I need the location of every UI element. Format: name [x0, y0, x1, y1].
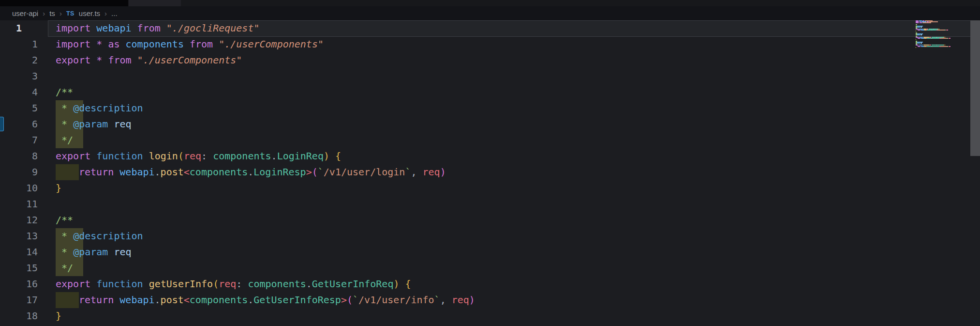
inactive-tab-edge[interactable] — [129, 0, 181, 6]
typescript-file-icon: TS — [66, 10, 74, 17]
code-text: */ — [56, 134, 73, 146]
code-line[interactable]: 8export function login(req: components.L… — [0, 148, 970, 164]
line-number[interactable]: 15 — [0, 260, 38, 276]
code-line[interactable]: 17 return webapi.post<components.GetUser… — [0, 292, 970, 308]
code-text: } — [56, 310, 61, 322]
line-number[interactable]: 1 — [0, 36, 38, 52]
code-text: return webapi.post<components.LoginResp>… — [56, 166, 446, 178]
line-number[interactable]: 8 — [0, 148, 38, 164]
minimap[interactable] — [916, 20, 970, 54]
code-text: export function getUserInfo(req: compone… — [56, 278, 411, 290]
line-number[interactable]: 16 — [0, 276, 38, 292]
line-number[interactable]: 11 — [0, 196, 38, 212]
breadcrumb-folder[interactable]: user-api — [12, 9, 38, 17]
code-line[interactable]: 15 */ — [0, 260, 970, 276]
chevron-right-icon: › — [43, 9, 45, 17]
code-line[interactable]: 6 * @param req — [0, 116, 970, 132]
code-text: return webapi.post<components.GetUserInf… — [56, 294, 475, 306]
line-number[interactable]: 18 — [0, 308, 38, 324]
code-line[interactable]: 4/** — [0, 84, 970, 100]
code-text: import webapi from "./gocliRequest" — [56, 22, 259, 34]
chevron-right-icon: › — [104, 9, 107, 17]
code-text: * @param req — [56, 246, 132, 258]
code-line[interactable]: 11 — [0, 196, 970, 212]
line-number[interactable]: 12 — [0, 212, 38, 228]
line-number[interactable]: 1 — [0, 20, 38, 36]
code-text: } — [56, 182, 61, 194]
line-number[interactable]: 10 — [0, 180, 38, 196]
line-number[interactable]: 7 — [0, 132, 38, 148]
code-text: * @param req — [56, 118, 132, 130]
code-line[interactable]: 10} — [0, 180, 970, 196]
code-line[interactable]: 14 * @param req — [0, 244, 970, 260]
code-text: * @description — [56, 102, 143, 114]
code-line[interactable]: 5 * @description — [0, 100, 970, 116]
line-number[interactable]: 2 — [0, 52, 38, 68]
code-line[interactable]: 13 * @description — [0, 228, 970, 244]
minimap-line — [916, 47, 970, 48]
chevron-right-icon: › — [59, 9, 62, 17]
code-line[interactable]: 9 return webapi.post<components.LoginRes… — [0, 164, 970, 180]
code-text: /** — [56, 86, 73, 98]
line-number[interactable]: 17 — [0, 292, 38, 308]
code-text: import * as components from "./userCompo… — [56, 38, 324, 50]
code-line[interactable]: 1import * as components from "./userComp… — [0, 36, 970, 52]
code-line[interactable]: 18} — [0, 308, 970, 324]
scrollbar-slider[interactable] — [970, 20, 980, 156]
scrollbar-track[interactable] — [970, 20, 980, 326]
code-line[interactable]: 12/** — [0, 212, 970, 228]
tab-strip — [0, 0, 980, 6]
breadcrumb-symbol-ellipsis[interactable]: ... — [111, 9, 118, 17]
code-line[interactable]: 7 */ — [0, 132, 970, 148]
line-number[interactable]: 5 — [0, 100, 38, 116]
line-number[interactable]: 4 — [0, 84, 38, 100]
line-number[interactable]: 14 — [0, 244, 38, 260]
code-text: */ — [56, 262, 73, 274]
line-number[interactable]: 13 — [0, 228, 38, 244]
code-line[interactable]: 3 — [0, 68, 970, 84]
code-text: export * from "./userComponents" — [56, 54, 242, 66]
line-number[interactable]: 6 — [0, 116, 38, 132]
code-line[interactable]: 2export * from "./userComponents" — [0, 52, 970, 68]
code-line[interactable]: 1import webapi from "./gocliRequest" — [0, 20, 970, 36]
breadcrumb: user-api › ts › TS user.ts › ... — [0, 6, 980, 20]
code-text: * @description — [56, 230, 143, 242]
line-number[interactable]: 9 — [0, 164, 38, 180]
code-text: /** — [56, 214, 73, 226]
breadcrumb-subfolder[interactable]: ts — [49, 9, 55, 17]
code-lines[interactable]: 1import webapi from "./gocliRequest"1imp… — [0, 20, 970, 324]
line-number[interactable]: 3 — [0, 68, 38, 84]
code-line[interactable]: 16export function getUserInfo(req: compo… — [0, 276, 970, 292]
breadcrumb-file[interactable]: user.ts — [79, 9, 100, 17]
code-text: export function login(req: components.Lo… — [56, 150, 341, 162]
vscode-window: user-api › ts › TS user.ts › ... 1import… — [0, 0, 980, 326]
active-tab-edge[interactable] — [0, 0, 128, 6]
code-editor[interactable]: 1import webapi from "./gocliRequest"1imp… — [0, 20, 980, 326]
